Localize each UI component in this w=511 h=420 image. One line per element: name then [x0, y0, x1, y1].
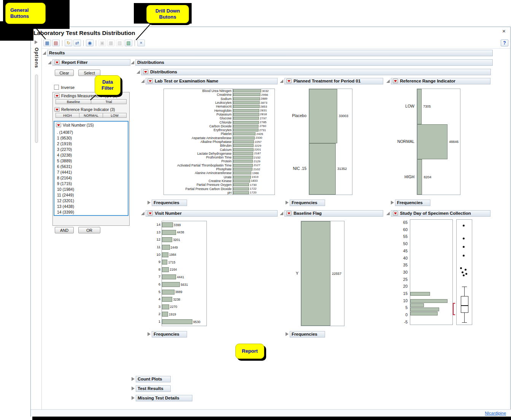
visit-list-item[interactable]: 3 (2270): [57, 147, 128, 152]
close-icon[interactable]: ×: [502, 28, 506, 34]
red-triangle-menu-icon[interactable]: [54, 107, 60, 112]
disclosure-open-icon[interactable]: [386, 79, 390, 83]
bar[interactable]: [233, 109, 259, 112]
bar[interactable]: [162, 304, 169, 309]
visit-list-item[interactable]: 12 (3201): [57, 198, 128, 204]
visit-list-item[interactable]: 8 (2164): [57, 175, 128, 181]
bar[interactable]: [162, 267, 169, 272]
visit-list-item[interactable]: 5 (3889): [57, 158, 128, 164]
options-tab[interactable]: Options: [34, 48, 39, 68]
and-button[interactable]: AND: [55, 227, 74, 233]
subject-records-icon[interactable]: ▩: [107, 40, 115, 46]
histogram-bar[interactable]: [410, 312, 438, 315]
filter-option-normal[interactable]: NORMAL: [79, 113, 103, 118]
journal-icon[interactable]: ▤: [52, 40, 60, 46]
disclosure-closed-icon[interactable]: [148, 332, 151, 336]
red-triangle-menu-icon[interactable]: [148, 211, 153, 216]
filter-option-trial[interactable]: Trial: [91, 99, 127, 104]
disclosure-closed-icon[interactable]: [148, 201, 151, 204]
bar[interactable]: [233, 156, 253, 159]
red-triangle-menu-icon[interactable]: [54, 60, 60, 65]
disclosure-open-icon[interactable]: [131, 61, 134, 64]
histogram-bar[interactable]: [410, 292, 430, 296]
bar[interactable]: [162, 237, 172, 242]
bar[interactable]: [233, 148, 254, 151]
histogram-bar[interactable]: [410, 299, 448, 303]
swap-icon[interactable]: ⇄: [73, 40, 81, 46]
new-data-table-icon[interactable]: ▦: [43, 40, 51, 46]
red-triangle-menu-icon[interactable]: [54, 94, 60, 98]
disclosure-closed-icon[interactable]: [132, 387, 135, 390]
bar[interactable]: [162, 290, 175, 295]
remove-icon[interactable]: ×: [137, 40, 145, 46]
bar[interactable]: [233, 140, 254, 143]
bar[interactable]: [233, 105, 260, 108]
bar[interactable]: [233, 125, 259, 128]
bar[interactable]: [233, 144, 254, 147]
bar[interactable]: [162, 260, 167, 265]
visit-list-item[interactable]: 14 (3399): [57, 209, 128, 215]
options-expand-icon[interactable]: [35, 40, 38, 44]
bar[interactable]: [233, 176, 251, 179]
disclosure-open-icon[interactable]: [386, 212, 390, 215]
mosaic-bar[interactable]: [309, 89, 337, 143]
bar[interactable]: [233, 113, 259, 116]
visit-list-item[interactable]: . (14087): [57, 130, 128, 135]
red-triangle-menu-icon[interactable]: [393, 79, 398, 83]
mosaic-bar[interactable]: [301, 221, 330, 326]
disclosure-open-icon[interactable]: [48, 61, 51, 64]
bar[interactable]: [233, 187, 249, 190]
bar[interactable]: [162, 222, 173, 227]
bar[interactable]: [162, 319, 192, 324]
filter-option-baseline[interactable]: Baseline: [56, 99, 91, 104]
bar[interactable]: [233, 168, 252, 171]
mosaic-bar[interactable]: [417, 159, 422, 195]
red-triangle-menu-icon[interactable]: [286, 79, 292, 83]
bar[interactable]: [233, 97, 260, 100]
visit-list-item[interactable]: 1 (9530): [57, 135, 128, 141]
red-triangle-menu-icon[interactable]: [286, 211, 292, 216]
bar[interactable]: [233, 117, 259, 120]
bar[interactable]: [233, 121, 259, 124]
bar[interactable]: [233, 132, 256, 135]
bar[interactable]: [162, 274, 176, 279]
bar[interactable]: [162, 245, 170, 250]
bar[interactable]: [233, 128, 259, 132]
histogram-bar[interactable]: [410, 303, 424, 307]
red-triangle-menu-icon[interactable]: [143, 70, 148, 74]
data-view-icon[interactable]: ▨: [116, 40, 124, 46]
or-button[interactable]: OR: [78, 227, 100, 233]
disclosure-open-icon[interactable]: [141, 79, 144, 83]
visit-list-item[interactable]: 13 (4438): [57, 204, 128, 209]
filter-option-high[interactable]: HIGH: [56, 113, 79, 118]
mosaic-bar[interactable]: [417, 124, 448, 160]
mosaic-bar[interactable]: [309, 143, 336, 195]
disclosure-open-icon[interactable]: [280, 212, 283, 215]
disclosure-open-icon[interactable]: [280, 79, 283, 83]
bar[interactable]: [162, 282, 180, 287]
mosaic-bar[interactable]: [417, 89, 422, 124]
visit-list-item[interactable]: 11 (2449): [57, 192, 128, 198]
bar[interactable]: [233, 89, 261, 92]
bar[interactable]: [233, 101, 260, 104]
disclosure-closed-icon[interactable]: [391, 201, 394, 204]
red-triangle-menu-icon[interactable]: [393, 211, 398, 216]
bar[interactable]: [233, 179, 250, 182]
bar[interactable]: [162, 252, 168, 257]
histogram-bar[interactable]: [410, 307, 439, 311]
visit-list-item[interactable]: 6 (5631): [57, 164, 128, 170]
reload-icon[interactable]: ↻: [65, 40, 72, 46]
disclosure-open-icon[interactable]: [141, 212, 144, 215]
visit-list-item[interactable]: 4 (3238): [57, 152, 128, 158]
bar[interactable]: [233, 152, 253, 155]
red-triangle-menu-icon[interactable]: [148, 79, 153, 83]
cluster-icon[interactable]: ▧: [125, 40, 132, 46]
disclosure-closed-icon[interactable]: [286, 332, 289, 336]
bar[interactable]: [233, 136, 255, 139]
inverse-checkbox[interactable]: [54, 85, 59, 90]
help-button[interactable]: ?: [501, 40, 508, 46]
filter-option-low[interactable]: LOW: [103, 113, 127, 118]
visit-list-item[interactable]: 7 (4441): [57, 170, 128, 175]
visit-list-item[interactable]: 2 (1919): [57, 141, 128, 147]
globe-icon[interactable]: ◉: [86, 40, 94, 46]
